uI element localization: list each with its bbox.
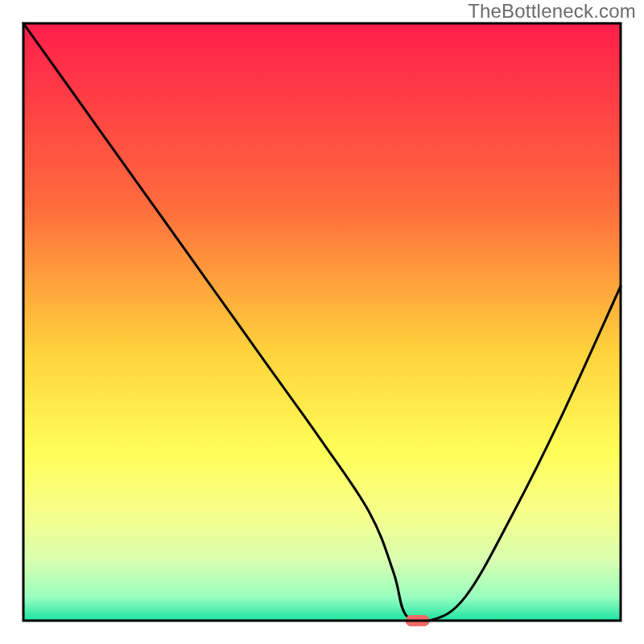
bottleneck-chart — [0, 0, 644, 644]
chart-container: TheBottleneck.com — [0, 0, 644, 644]
watermark-label: TheBottleneck.com — [468, 0, 636, 23]
plot-background — [23, 23, 621, 621]
